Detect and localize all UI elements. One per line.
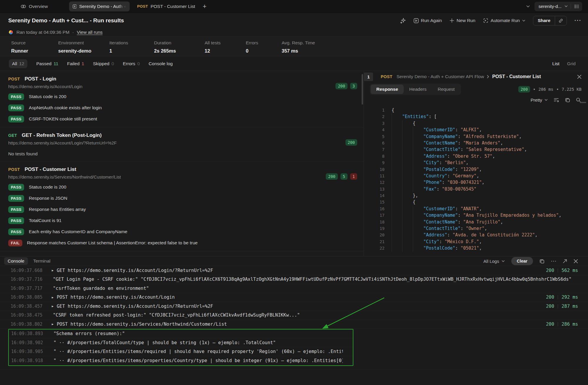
- console-log-rows: 16:09:37.668▶GET https://demo.serenity.i…: [0, 266, 588, 329]
- log-expand-arrow-icon[interactable]: ▶: [52, 269, 54, 272]
- request-name: GET - Refresh Token (Post-Login): [22, 132, 102, 138]
- format-selector[interactable]: Pretty: [531, 97, 548, 102]
- response-close-icon[interactable]: [577, 75, 582, 79]
- view-list-button[interactable]: List: [552, 61, 559, 66]
- tab-run-results[interactable]: Serenity Demo - Auth + Cu: [69, 1, 130, 11]
- request-url: https://demo.serenity.is/Account/Login: [8, 84, 355, 89]
- new-run-button[interactable]: New Run: [450, 18, 475, 23]
- indent-guide: [392, 179, 402, 186]
- request-method-label: POST: [8, 77, 20, 81]
- wrap-text-icon[interactable]: [554, 97, 559, 102]
- environment-selector[interactable]: serenity-d...: [534, 2, 582, 11]
- tab-terminal[interactable]: Terminal: [30, 257, 54, 265]
- more-options-button[interactable]: ···: [574, 18, 582, 24]
- indent-guide: [402, 219, 413, 225]
- share-link-button[interactable]: [555, 18, 567, 23]
- log-filter-dropdown[interactable]: All Logs: [483, 259, 505, 264]
- code-line: 7"ContactTitle": "Sales Representative",: [364, 146, 588, 153]
- view-all-runs-link[interactable]: View all runs: [77, 30, 103, 35]
- share-button[interactable]: Share: [533, 18, 555, 23]
- log-response-meta: 200562 ms: [542, 268, 578, 273]
- log-expand-arrow-icon[interactable]: ▶: [52, 322, 54, 326]
- search-icon[interactable]: [576, 97, 581, 102]
- indent-guide: [392, 113, 402, 120]
- log-expand-arrow-icon[interactable]: ▶: [52, 296, 54, 299]
- console-close-icon[interactable]: [574, 259, 578, 263]
- run-again-button[interactable]: Run Again: [414, 18, 442, 23]
- stat-label: Environment: [58, 40, 109, 46]
- tab-request[interactable]: Request: [432, 85, 460, 94]
- console-copy-icon[interactable]: [539, 259, 544, 264]
- indent-guide: [392, 140, 402, 146]
- line-number: 14: [364, 192, 385, 199]
- stat-value: 2s 265ms: [154, 48, 205, 54]
- console-header: Console Terminal All Logs Clear: [0, 256, 588, 266]
- console-more-icon[interactable]: [551, 260, 556, 262]
- clear-console-button[interactable]: Clear: [511, 257, 533, 265]
- indent-guide: [392, 212, 402, 218]
- scrollbar-thumb[interactable]: [580, 102, 586, 103]
- log-timestamp: 16:09:38.457: [11, 304, 49, 309]
- indent-guide: [402, 186, 413, 192]
- breadcrumb[interactable]: Serenity Demo - Auth + Customer API Flow: [397, 74, 484, 79]
- console-log-row[interactable]: 16:09:38.457▶GET https://demo.serenity.i…: [0, 302, 588, 311]
- test-description: Response matches Customer List schema | …: [27, 240, 198, 246]
- new-tab-button[interactable]: +: [203, 3, 207, 10]
- filter-failed[interactable]: Failed1: [67, 61, 84, 66]
- filter-skipped[interactable]: Skipped0: [93, 61, 114, 66]
- log-duration: 292 ms: [562, 295, 578, 300]
- stat-duration: Duration2s 265ms: [154, 40, 205, 56]
- indent-guide: [402, 159, 413, 166]
- console-log-row[interactable]: 16:09:38.085▶POST https://demo.serenity.…: [0, 293, 588, 302]
- code-line: 3{: [364, 120, 588, 127]
- filter-all[interactable]: All12: [9, 59, 27, 68]
- ai-sparkle-icon[interactable]: [400, 18, 406, 23]
- line-number: 3: [364, 120, 385, 127]
- filter-errors[interactable]: Errors0: [123, 61, 140, 66]
- log-message: "csrfToken guardado en environment": [53, 286, 149, 291]
- indent-guide: [402, 133, 413, 140]
- tab-response[interactable]: Response: [371, 85, 404, 94]
- log-timestamp: 16:09:37.717: [11, 286, 49, 291]
- view-toggle: List Grid: [552, 61, 576, 66]
- log-response-meta: 200286 ms: [542, 322, 578, 327]
- indent-guide: [392, 192, 402, 199]
- console-expand-icon[interactable]: [563, 259, 567, 263]
- filter-console-log[interactable]: Console log: [149, 61, 173, 66]
- indent-guide: [413, 153, 423, 159]
- test-description: Each entity has CustomerID and CompanyNa…: [29, 229, 127, 234]
- view-grid-button[interactable]: Grid: [567, 61, 576, 66]
- indent-guide: [402, 212, 413, 218]
- code-line: 9"City": "Berlin",: [364, 159, 588, 166]
- stat-iterations: Iterations1: [109, 40, 154, 56]
- stats-bar: SourceRunnerEnvironmentserenity-demoIter…: [0, 36, 588, 56]
- automate-run-button[interactable]: Automate Run: [483, 18, 525, 23]
- console-log-row: 16:09:38.905" ·· #/properties/Entities/i…: [9, 347, 353, 357]
- tab-headers[interactable]: Headers: [404, 85, 432, 94]
- tab-post-customer-list[interactable]: POST POST - Customer List: [137, 4, 195, 9]
- filter-passed[interactable]: Passed11: [36, 61, 58, 66]
- stat-source: SourceRunner: [11, 40, 58, 56]
- copy-icon[interactable]: [565, 97, 570, 102]
- tab-request-method: POST: [137, 4, 148, 9]
- tab-overview[interactable]: Overview: [21, 4, 48, 9]
- request-header[interactable]: GETGET - Refresh Token (Post-Login): [8, 132, 355, 138]
- request-header[interactable]: POSTPOST - Login: [8, 76, 355, 82]
- indent-guide: [392, 186, 402, 192]
- console-log-row[interactable]: 16:09:38.802▶POST https://demo.serenity.…: [0, 320, 588, 329]
- status-badge: 200: [335, 83, 347, 89]
- environment-selector-label: serenity-d...: [539, 4, 562, 9]
- log-expand-arrow-icon[interactable]: ▶: [52, 305, 54, 308]
- console-log-row: 16:09:38.893"Schema errors (resumen):": [9, 329, 353, 339]
- test-status-badge: PASS: [8, 195, 24, 202]
- tab-console[interactable]: Console: [4, 257, 28, 265]
- console-log-row[interactable]: 16:09:37.668▶GET https://demo.serenity.i…: [0, 266, 588, 275]
- test-description: AspNetAuth cookie exists after login: [29, 105, 102, 110]
- response-header: 1 POST Serenity Demo - Auth + Customer A…: [364, 72, 588, 81]
- overview-circles-icon: [21, 4, 26, 9]
- environment-quick-look-icon[interactable]: [574, 4, 579, 9]
- tab-overflow-chevron-icon[interactable]: [526, 5, 530, 8]
- log-message: GET https://demo.serenity.is/Account/Log…: [57, 268, 213, 273]
- request-header[interactable]: POSTPOST - Customer List: [8, 167, 355, 172]
- code-line: 8"Address": "Obere Str. 57",: [364, 153, 588, 159]
